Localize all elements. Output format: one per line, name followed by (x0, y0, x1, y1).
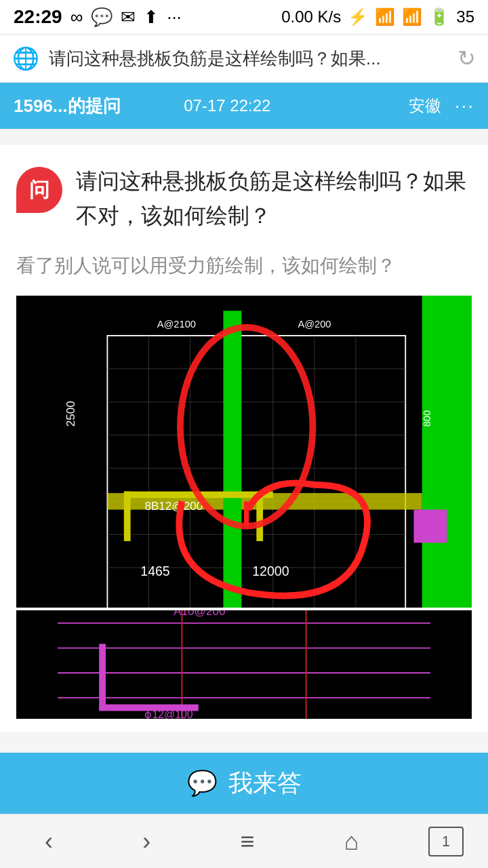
svg-rect-0 (16, 296, 472, 608)
battery-level: 35 (456, 7, 474, 26)
refresh-icon[interactable]: ↻ (458, 45, 476, 71)
question-region: 安徽 (298, 95, 454, 117)
reply-chat-icon: 💬 (187, 769, 218, 797)
tabs-button[interactable]: 1 (428, 827, 464, 856)
question-more-button[interactable]: ··· (455, 95, 474, 117)
question-type-icon: 问 (16, 167, 62, 213)
home-button[interactable]: ⌂ (324, 821, 380, 863)
upload-icon: ⬆ (144, 7, 159, 28)
speed-indicator: 0.00 K/s (281, 7, 341, 26)
wifi-icon: 📶 (375, 7, 395, 26)
svg-text:12000: 12000 (252, 564, 289, 578)
svg-rect-1 (422, 296, 472, 608)
email-icon: ✉ (121, 7, 136, 28)
reply-button-label: 我来答 (228, 767, 302, 800)
svg-rect-17 (223, 311, 241, 608)
svg-rect-29 (413, 509, 447, 542)
signal-icon: 📶 (402, 7, 422, 26)
question-subtitle: 看了别人说可以用受力筋绘制，该如何绘制？ (16, 250, 472, 282)
svg-text:ϕ12@100: ϕ12@100 (144, 709, 192, 719)
svg-text:A10@200: A10@200 (174, 610, 225, 618)
svg-rect-19 (124, 492, 131, 541)
bottom-nav: ‹ › ≡ ⌂ 1 (0, 814, 488, 868)
svg-rect-39 (99, 644, 106, 710)
forward-button[interactable]: › (122, 821, 171, 863)
reply-bar[interactable]: 💬 我来答 (0, 753, 488, 814)
status-time: 22:29 (14, 6, 62, 28)
more-icon: ··· (167, 7, 182, 28)
cad-image-2[interactable]: A10@200 ϕ12@100 (16, 610, 472, 719)
bluetooth-icon: ⚡ (348, 7, 368, 26)
cad-image-1[interactable]: 2500 A@2100 A@200 800 8B12@200 1465 1200… (16, 296, 472, 608)
browser-url[interactable]: 请问这种悬挑板负筋是这样绘制吗？如果... (49, 47, 448, 71)
battery-icon: 🔋 (429, 7, 449, 26)
browser-bar: 🌐 请问这种悬挑板负筋是这样绘制吗？如果... ↻ (0, 34, 488, 83)
question-header: 1596...的提问 07-17 22:22 安徽 ··· (0, 83, 488, 129)
question-title: 请问这种悬挑板负筋是这样绘制吗？如果不对，该如何绘制？ (76, 164, 472, 233)
question-user: 1596...的提问 (14, 94, 156, 118)
globe-icon: 🌐 (12, 45, 39, 71)
status-bar: 22:29 ∞ 💬 ✉ ⬆ ··· 0.00 K/s ⚡ 📶 📶 🔋 35 (0, 0, 488, 34)
chat-icon: 💬 (91, 7, 113, 28)
svg-rect-32 (16, 610, 472, 719)
svg-text:1465: 1465 (140, 564, 170, 578)
back-button[interactable]: ‹ (24, 821, 73, 863)
svg-text:A@2100: A@2100 (157, 319, 196, 330)
svg-text:2500: 2500 (64, 401, 77, 427)
question-date: 07-17 22:22 (156, 96, 298, 115)
question-content: 问 请问这种悬挑板负筋是这样绘制吗？如果不对，该如何绘制？ 看了别人说可以用受力… (0, 145, 488, 732)
svg-text:800: 800 (422, 410, 432, 427)
svg-text:A@200: A@200 (298, 319, 331, 330)
menu-button[interactable]: ≡ (220, 821, 275, 863)
svg-text:8B12@200: 8B12@200 (144, 499, 203, 512)
infinite-icon: ∞ (70, 7, 83, 28)
